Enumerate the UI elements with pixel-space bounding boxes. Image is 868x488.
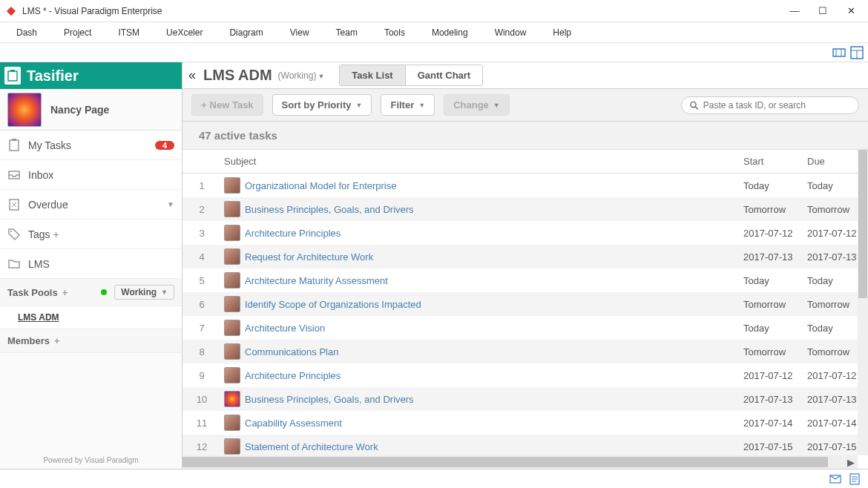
view-tabs: Task List Gantt Chart [339,65,483,86]
working-filter-button[interactable]: Working ▼ [114,285,174,300]
task-subject-link[interactable]: Identify Scope of Organizations Impacted [245,299,421,310]
menu-dash[interactable]: Dash [3,24,50,41]
start-date: Tomorrow [740,343,804,361]
table-row[interactable]: 8Communications PlanTomorrowTomorrow [183,340,868,363]
task-subject-link[interactable]: Communications Plan [245,346,338,357]
plus-icon[interactable]: + [53,228,59,240]
clipboard-icon [7,139,21,152]
svg-rect-1 [833,49,845,56]
tab-gantt-chart[interactable]: Gantt Chart [406,65,483,85]
task-subject-link[interactable]: Architecture Maturity Assessment [245,275,388,286]
table-row[interactable]: 2Business Principles, Goals, and Drivers… [183,197,868,221]
minimize-button[interactable]: — [789,5,800,16]
table-row[interactable]: 7Architecture VisionTodayToday [183,316,868,340]
col-subject[interactable]: Subject [221,150,740,173]
menu-itsm[interactable]: ITSM [105,24,153,41]
menu-modeling[interactable]: Modeling [418,24,481,41]
back-button[interactable]: « [188,67,196,83]
mail-icon[interactable] [829,473,841,485]
nav-overdue[interactable]: Overdue ▼ [0,190,182,220]
task-table: Subject Start Due 1Organizational Model … [183,150,868,469]
perspective-icon[interactable] [832,46,846,59]
vertical-scrollbar[interactable] [858,150,868,455]
nav-lms[interactable]: LMS [0,249,182,279]
svg-rect-7 [8,71,17,81]
add-pool-button[interactable]: + [62,287,68,298]
assignee-avatar [224,438,240,455]
scroll-right-icon[interactable]: ▶ [844,455,858,469]
task-subject-link[interactable]: Business Principles, Goals, and Drivers [245,204,414,215]
nav-tags[interactable]: Tags + [0,220,182,249]
task-subject-link[interactable]: Business Principles, Goals, and Drivers [245,394,414,405]
search-field[interactable] [681,96,859,114]
pool-item-lms-adm[interactable]: LMS ADM [0,306,182,329]
assignee-avatar [224,225,240,241]
table-row[interactable]: 10Business Principles, Goals, and Driver… [183,387,868,411]
start-date: 2017-07-14 [740,414,804,432]
task-subject-link[interactable]: Statement of Architecture Work [245,441,378,452]
table-row[interactable]: 9Architecture Principles2017-07-122017-0… [183,363,868,387]
table-row[interactable]: 11Capability Assessment2017-07-142017-07… [183,411,868,435]
menu-team[interactable]: Team [323,24,371,41]
table-row[interactable]: 4Request for Architecture Work2017-07-13… [183,245,868,268]
row-number: 11 [183,414,221,432]
table-row[interactable]: 6Identify Scope of Organizations Impacte… [183,292,868,316]
overdue-icon [7,198,21,211]
menu-window[interactable]: Window [481,24,540,41]
assignee-avatar [224,272,240,288]
nav-my-tasks[interactable]: My Tasks 4 [0,131,182,160]
chevron-down-icon: ▼ [356,102,363,109]
change-button[interactable]: Change▼ [444,94,510,116]
close-button[interactable]: ✕ [846,5,856,16]
start-date: 2017-07-12 [740,224,804,243]
row-number: 10 [183,390,221,409]
assignee-avatar [224,391,240,407]
assignee-avatar [224,367,240,383]
start-date: 2017-07-13 [740,248,804,266]
menu-bar: DashProjectITSMUeXcelerDiagramViewTeamTo… [0,22,868,43]
user-avatar [7,93,42,127]
user-row[interactable]: Nancy Page [0,89,182,131]
nav-inbox[interactable]: Inbox [0,160,182,190]
menu-help[interactable]: Help [539,24,585,41]
content-area: « LMS ADM (Working)▼ Task List Gantt Cha… [183,62,868,469]
horizontal-scrollbar[interactable]: ▶ [183,455,858,469]
svg-point-15 [691,102,696,107]
pool-status[interactable]: (Working)▼ [278,70,325,81]
task-subject-link[interactable]: Architecture Vision [245,323,325,334]
tab-task-list[interactable]: Task List [340,65,405,85]
new-task-button[interactable]: + New Task [191,94,263,116]
start-date: 2017-07-12 [740,366,804,385]
task-subject-link[interactable]: Architecture Principles [245,370,341,381]
sort-button[interactable]: Sort by Priority▼ [272,94,372,116]
status-dot-icon [101,289,107,295]
task-subject-link[interactable]: Architecture Principles [245,228,341,239]
table-row[interactable]: 5Architecture Maturity AssessmentTodayTo… [183,268,868,292]
menu-diagram[interactable]: Diagram [216,24,276,41]
folder-icon [7,257,21,271]
table-row[interactable]: 12Statement of Architecture Work2017-07-… [183,435,868,455]
task-subject-link[interactable]: Organizational Model for Enterprise [245,180,397,191]
row-number: 9 [183,366,221,385]
table-row[interactable]: 3Architecture Principles2017-07-122017-0… [183,221,868,245]
row-number: 7 [183,319,221,337]
table-row[interactable]: 1Organizational Model for EnterpriseToda… [183,174,868,197]
task-subject-link[interactable]: Request for Architecture Work [245,251,373,263]
menu-tools[interactable]: Tools [371,24,418,41]
notes-icon[interactable] [849,473,861,485]
task-subject-link[interactable]: Capability Assessment [245,418,342,429]
menu-project[interactable]: Project [50,24,105,41]
layout-icon[interactable] [850,46,864,59]
row-number: 2 [183,200,221,219]
toolbar-strip [0,43,868,62]
menu-view[interactable]: View [277,24,323,41]
menu-uexceler[interactable]: UeXceler [153,24,216,41]
maximize-button[interactable]: ☐ [818,5,828,16]
search-input[interactable] [703,100,851,111]
col-start[interactable]: Start [740,150,804,173]
svg-rect-10 [12,139,16,141]
nav-label: LMS [28,258,50,270]
start-date: Tomorrow [740,200,804,219]
filter-button[interactable]: Filter▼ [381,94,435,116]
add-member-button[interactable]: + [54,335,60,346]
